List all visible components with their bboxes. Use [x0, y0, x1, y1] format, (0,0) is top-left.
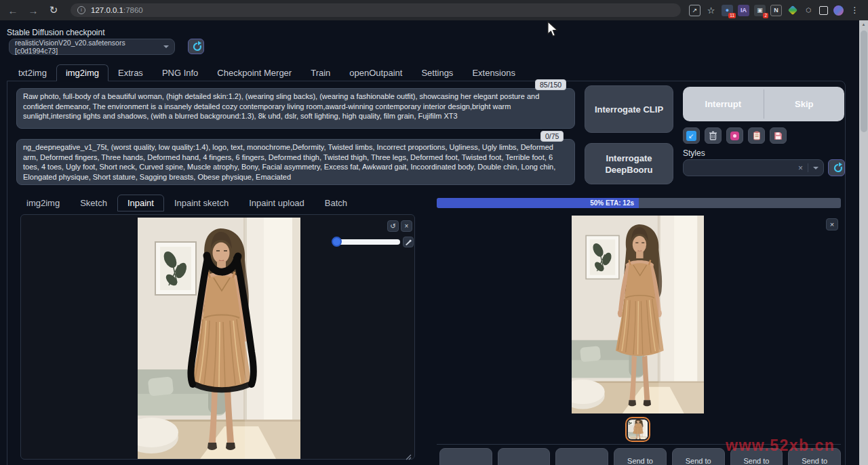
inpaint-canvas-panel: ↺ × [20, 214, 415, 460]
extension-1-icon[interactable]: ● 11 [722, 5, 733, 16]
inpaint-source-image[interactable] [138, 218, 300, 459]
extension-1-badge: 11 [728, 13, 736, 18]
extension-diamond-icon[interactable] [787, 5, 798, 16]
main-tab-bar: txt2img img2img Extras PNG Info Checkpoi… [9, 64, 525, 81]
panel-resize-handle[interactable] [406, 451, 412, 457]
extra-networks-icon [730, 132, 739, 140]
negative-prompt-token-counter: 0/75 [540, 131, 564, 142]
paste-params-icon: ↙ [686, 131, 696, 141]
generation-progress-bar: 50% ETA: 12s [437, 198, 841, 208]
progress-fill: 50% ETA: 12s [437, 198, 639, 208]
styles-dropdown[interactable]: × [683, 159, 824, 176]
clear-prompt-icon [709, 131, 717, 140]
refresh-icon [831, 162, 843, 174]
save-style-icon [774, 132, 783, 140]
clear-prompt-button[interactable] [705, 127, 722, 144]
undo-mask-button[interactable]: ↺ [387, 220, 399, 232]
brush-size-handle[interactable] [332, 237, 342, 247]
tab-sketch[interactable]: Sketch [70, 195, 117, 211]
interrupt-button[interactable]: Interrupt [683, 87, 764, 121]
url-bar[interactable]: i 127.0.0.1 :7860 [71, 3, 681, 17]
prompt-input[interactable]: Raw photo, full-body of a beautiful woma… [16, 88, 575, 129]
tab-img2img[interactable]: img2img [56, 64, 108, 81]
scrollbar-up-arrow[interactable]: ▲ [859, 20, 868, 29]
refresh-icon [190, 41, 202, 53]
close-preview-button[interactable]: × [826, 218, 838, 230]
forward-icon[interactable]: → [26, 3, 41, 18]
output-preview-image[interactable] [572, 216, 704, 413]
interrupt-skip-group: Interrupt Skip [683, 87, 844, 121]
tab-train[interactable]: Train [301, 64, 340, 81]
tab-inpaint[interactable]: Inpaint [117, 195, 164, 211]
tab-img2img-mode[interactable]: img2img [16, 195, 70, 211]
reload-icon[interactable]: ↻ [46, 3, 61, 18]
brush-icon [405, 239, 412, 245]
extension-n-icon[interactable]: N [770, 5, 782, 16]
browser-menu-icon[interactable]: ⋮ [849, 5, 861, 16]
bookmark-star-icon[interactable]: ☆ [705, 5, 717, 16]
interrogate-deepbooru-button[interactable]: Interrogate DeepBooru [585, 143, 673, 184]
output-button-1[interactable] [439, 448, 492, 465]
img2img-mode-tabs: img2img Sketch Inpaint Inpaint sketch In… [16, 195, 357, 211]
extension-2-icon[interactable]: ▣ 2 [754, 5, 766, 16]
tab-png-info[interactable]: PNG Info [153, 64, 208, 81]
tab-window-icon[interactable] [819, 6, 828, 15]
tab-inpaint-upload[interactable]: Inpaint upload [239, 195, 315, 211]
tab-batch[interactable]: Batch [315, 195, 357, 211]
brush-color-button[interactable] [403, 237, 414, 247]
refresh-checkpoints-button[interactable] [188, 39, 204, 54]
share-icon[interactable]: ↗ [689, 5, 701, 16]
brush-size-slider[interactable] [334, 239, 400, 245]
clear-image-button[interactable]: × [401, 220, 412, 232]
browser-chrome: ← → ↻ i 127.0.0.1 :7860 ↗ ☆ ● 11 IA ▣ 2 … [0, 0, 868, 20]
tab-inpaint-sketch[interactable]: Inpaint sketch [164, 195, 239, 211]
progress-label: 50% ETA: 12s [590, 199, 634, 207]
chevron-down-icon [813, 167, 818, 169]
paste-params-button[interactable]: ↙ [683, 127, 700, 144]
refresh-styles-button[interactable] [828, 159, 845, 176]
checkpoint-dropdown[interactable]: realisticVisionV20_v20.safetensors [c0d1… [9, 39, 175, 55]
save-style-button[interactable] [770, 127, 787, 144]
checkpoint-value: realisticVisionV20_v20.safetensors [c0d1… [15, 39, 163, 55]
prompt-tools-row: ↙ [683, 127, 787, 144]
extensions-puzzle-icon[interactable]: ⬡ [803, 5, 814, 16]
negative-prompt-input[interactable]: ng_deepnegative_v1_75t, (worst quality, … [16, 139, 575, 185]
tab-extras[interactable]: Extras [108, 64, 153, 81]
site-info-icon[interactable]: i [77, 6, 85, 14]
clear-styles-icon[interactable]: × [798, 163, 803, 173]
extension-ia-icon[interactable]: IA [738, 5, 749, 16]
interrogate-clip-button[interactable]: Interrogate CLIP [585, 85, 673, 133]
extra-networks-button[interactable] [726, 127, 743, 144]
send-to-button-2[interactable]: Send to [672, 448, 725, 465]
url-port: :7860 [123, 6, 143, 14]
tab-settings[interactable]: Settings [412, 64, 462, 81]
mouse-cursor [547, 21, 560, 40]
extension-2-badge: 2 [763, 13, 768, 18]
chevron-down-icon [163, 45, 169, 48]
tab-txt2img[interactable]: txt2img [9, 64, 56, 81]
checkpoint-label: Stable Diffusion checkpoint [7, 28, 105, 37]
send-to-button-1[interactable]: Send to [614, 448, 667, 465]
apply-style-button[interactable] [748, 127, 765, 144]
page-scrollbar[interactable]: ▲ [859, 20, 868, 465]
prompt-token-counter: 85/150 [535, 79, 566, 90]
back-icon[interactable]: ← [5, 3, 20, 18]
gallery-thumbnail-selected[interactable] [625, 417, 650, 442]
output-button-2[interactable] [498, 448, 551, 465]
tab-openoutpaint[interactable]: openOutpaint [340, 64, 412, 81]
output-button-3[interactable] [555, 448, 608, 465]
scrollbar-thumb[interactable] [861, 31, 867, 132]
url-host: 127.0.0.1 [91, 6, 123, 14]
skip-button[interactable]: Skip [764, 87, 845, 121]
apply-style-icon [753, 131, 761, 140]
tab-extensions[interactable]: Extensions [462, 64, 525, 81]
watermark-text: www.52xb.cn [726, 437, 835, 455]
tab-checkpoint-merger[interactable]: Checkpoint Merger [208, 64, 301, 81]
styles-label: Styles [683, 148, 705, 158]
avatar[interactable] [833, 5, 844, 16]
